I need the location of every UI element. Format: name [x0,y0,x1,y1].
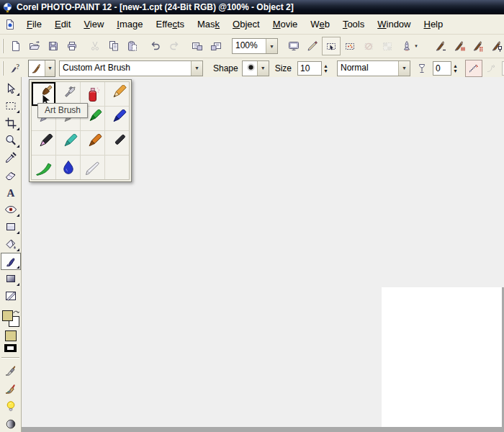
export-button[interactable] [207,37,225,55]
merge-mode-combo[interactable]: Normal ▼ [337,60,410,76]
save-button[interactable] [44,37,63,55]
foreground-color-swatch[interactable] [2,310,13,321]
flyout-triangle-icon [17,110,19,113]
print-button[interactable] [63,37,81,55]
clone-brush-button[interactable] [1,361,20,379]
import-button[interactable] [188,37,207,55]
menu-edit[interactable]: Edit [48,15,77,33]
new-button[interactable] [6,37,25,55]
menu-help[interactable]: Help [417,15,449,33]
title-bar[interactable]: Corel PHOTO-PAINT 12 - [new-1.cpt (24-Bi… [0,0,504,14]
svg-text:A: A [6,187,14,199]
menu-file[interactable]: File [20,15,48,33]
toolbar-grip[interactable] [2,61,4,76]
chevron-down-icon[interactable]: ▼ [414,44,418,48]
paste-button[interactable] [123,37,142,55]
chevron-down-icon[interactable]: ▼ [398,61,410,76]
brush-type-chalk[interactable] [56,131,80,155]
artistic-media-docker-button[interactable] [450,37,469,55]
brush-type-wax-crayon[interactable] [81,131,104,155]
zoom-tool[interactable] [1,132,21,149]
brush-settings-docker-button[interactable] [431,37,450,55]
chevron-down-icon[interactable]: ▼ [257,61,269,76]
contrast-button[interactable] [1,415,20,432]
zoom-level-combo[interactable]: 100%▼ [232,38,278,54]
mask-rectangle-tool[interactable] [1,97,21,114]
nib-properties-docker-button[interactable] [487,37,504,55]
brush-type-palette-knife[interactable] [81,156,104,179]
brush-symbol-icon: ? [6,60,24,77]
brush-texture-docker-button[interactable] [469,37,487,55]
art-brush-icon [29,60,45,76]
eyedropper-tool[interactable] [1,149,21,166]
menu-window[interactable]: Window [371,15,417,33]
brush-type-charcoal[interactable] [105,131,129,155]
toolbar-grip[interactable] [2,39,4,53]
disable-mask-button [359,37,378,55]
brush-type-hi-liter[interactable] [32,131,55,155]
chevron-down-icon[interactable]: ▼ [266,39,277,53]
menu-tools[interactable]: Tools [336,15,371,33]
text-tool[interactable]: A [1,184,21,201]
fill-color-swatch[interactable] [5,330,17,341]
brush-flyout-panel: Art Brush [29,79,132,182]
additive-mask-mode-button[interactable] [341,37,359,55]
menu-object[interactable]: Object [226,15,266,33]
antialias-button[interactable] [465,60,482,77]
brush-type-crayon-stroke[interactable] [32,156,55,179]
transparency-icon [413,60,431,77]
brush-category-value: Custom Art Brush [60,61,191,76]
menu-movie[interactable]: Movie [266,15,305,33]
shape-label: Shape [213,63,238,73]
flyout-triangle-icon [17,248,19,251]
menu-view[interactable]: View [77,15,110,33]
full-screen-preview-button[interactable] [284,37,303,55]
brush-type-pencil[interactable] [105,82,129,106]
object-pick-tool[interactable] [1,80,21,97]
art-media-brush-button[interactable] [1,379,20,397]
image-slicing-tool[interactable] [1,287,21,305]
flyout-triangle-icon [17,231,19,234]
menu-web[interactable]: Web [304,15,336,33]
nib-shape-combo[interactable]: ▼ [242,60,269,76]
menu-image[interactable]: Image [110,15,149,33]
size-spinner[interactable]: 10 ▲▼ [297,61,328,76]
crop-tool[interactable] [1,114,21,132]
app-window: Corel PHOTO-PAINT 12 - [new-1.cpt (24-Bi… [0,0,504,432]
normal-mask-mode-button[interactable] [322,37,341,55]
cut-button [86,37,104,55]
rectangle-tool[interactable] [1,218,21,235]
document-icon[interactable] [4,19,16,30]
spinner-arrows[interactable]: ▲▼ [322,61,328,76]
window-edge-bottom [22,427,504,432]
standard-toolbar: 100%▼▼ [0,35,504,58]
open-button[interactable] [25,37,44,55]
drawing-pen-button[interactable] [303,37,322,55]
brush-type-picker-button[interactable]: ▼ [28,60,55,77]
spinner-arrows[interactable]: ▲▼ [451,61,458,76]
brush-type-marker[interactable] [105,107,129,130]
undo-button[interactable] [146,37,165,55]
chevron-down-icon[interactable]: ▼ [191,61,202,76]
paint-tool[interactable] [1,253,21,270]
copy-button[interactable] [104,37,123,55]
red-eye-removal-tool[interactable] [1,201,21,218]
size-value[interactable]: 10 [297,61,322,76]
fill-tool[interactable] [1,235,21,253]
menu-mask[interactable]: Mask [191,15,226,33]
paper-color-swatch[interactable] [4,344,17,352]
transparency-value[interactable]: 0 [433,61,451,76]
toolbox: A [0,77,22,432]
nib-shape-icon [243,61,257,76]
transparency-spinner[interactable]: 0 ▲▼ [433,61,458,76]
brush-type-watercolor[interactable] [56,156,80,179]
menus: FileEditViewImageEffectsMaskObjectMovieW… [20,15,449,33]
interactive-fill-tool[interactable] [1,270,21,287]
merge-mode-value: Normal [338,61,398,76]
chevron-down-icon[interactable]: ▼ [45,60,55,76]
brush-category-combo[interactable]: Custom Art Brush ▼ [59,60,203,76]
menu-effects[interactable]: Effects [149,15,191,33]
eraser-tool[interactable] [1,166,21,184]
brightness-button[interactable] [1,397,20,415]
launch-button[interactable]: ▼ [397,37,423,55]
